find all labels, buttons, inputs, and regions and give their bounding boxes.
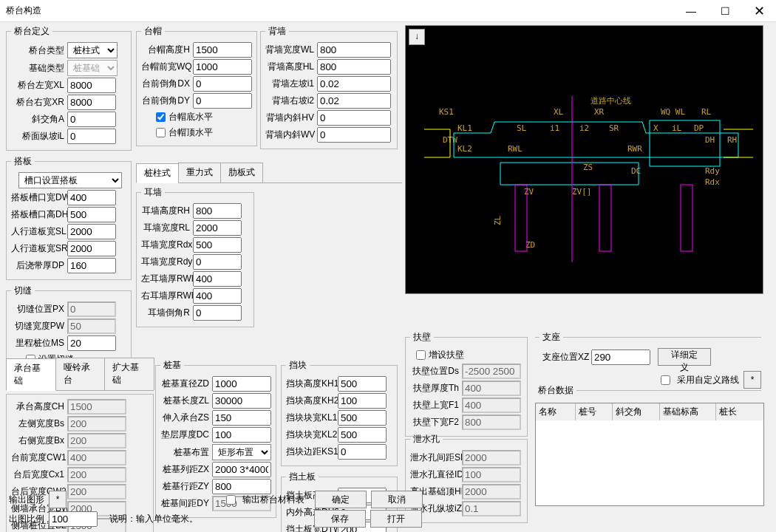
cap-wq-input[interactable]	[193, 59, 252, 75]
tab-rib[interactable]: 肋板式	[220, 163, 263, 183]
ear-rdx-input[interactable]	[193, 237, 242, 253]
def-a-input[interactable]	[67, 112, 116, 127]
cancel-button[interactable]: 取消	[371, 491, 423, 508]
ear-rwl-input[interactable]	[193, 271, 242, 287]
group-back: 背墙 背墙宽度WL 背墙高度HL 背墙左坡i1 背墙右坡i2 背墙内斜HV 背墙…	[260, 25, 398, 149]
minimize-icon[interactable]: ―	[674, 0, 708, 22]
dab-dp-label: 后浇带厚DP	[11, 259, 67, 272]
dang-kl1-input[interactable]	[338, 410, 387, 426]
ear-rh-input[interactable]	[193, 203, 242, 219]
open-button[interactable]: 打开	[370, 510, 422, 528]
qie-px-input	[67, 301, 116, 317]
def-type-label: 桥台类型	[11, 44, 67, 57]
zz-detail-button[interactable]: 详细定义	[658, 348, 711, 366]
dang-kl2-input[interactable]	[338, 427, 387, 443]
def-il-input[interactable]	[67, 129, 116, 144]
pile-zl-input[interactable]	[212, 393, 271, 409]
def-base-select: 桩基础	[67, 60, 118, 76]
out-fig-button[interactable]: *	[49, 491, 67, 508]
ear-rh-label: 耳墙高度RH	[141, 205, 193, 217]
table-header: 名称 桩号 斜交角 基础标高 桩长	[536, 403, 763, 420]
back-hl-input[interactable]	[317, 59, 391, 75]
legend-cap: 台帽	[141, 25, 165, 38]
cap-dy-input[interactable]	[193, 93, 252, 109]
ear-rl-input[interactable]	[193, 220, 242, 236]
ear-r-label: 耳墙倒角R	[141, 307, 193, 319]
ear-rwr-label: 右耳墙厚RWR	[141, 290, 193, 302]
tab-ct-foundation[interactable]: 承台基础	[6, 358, 56, 391]
legend-zhizuo: 支座	[540, 331, 563, 344]
pile-zx-label: 桩基列距ZX	[160, 463, 212, 476]
svg-text:X: X	[653, 123, 658, 133]
svg-rect-31	[681, 185, 692, 251]
back-i1-input[interactable]	[317, 76, 391, 92]
legend-ear: 耳墙	[141, 186, 165, 199]
titlebar: 桥台构造 ― ☐ ✕	[0, 0, 776, 22]
ct-cw1-label: 台前宽度CW1	[11, 451, 67, 464]
svg-text:DH: DH	[705, 135, 715, 145]
col-pile-len: 桩长	[716, 403, 763, 420]
svg-text:Rdx: Rdx	[705, 177, 720, 187]
ear-rdy-input[interactable]	[193, 254, 242, 270]
svg-rect-30	[599, 185, 611, 251]
legend-fubi: 扶壁	[410, 331, 434, 344]
dab-dh-input[interactable]	[67, 207, 116, 222]
qie-ms-input[interactable]	[67, 335, 116, 351]
ear-r-input[interactable]	[193, 305, 242, 321]
dab-opt-select[interactable]: 槽口设置搭板	[18, 172, 122, 188]
dab-dw-input[interactable]	[67, 190, 116, 205]
pile-zx-input[interactable]	[212, 462, 271, 477]
def-xr-input[interactable]	[67, 95, 116, 110]
desc-label: 说明：输入单位毫米。	[109, 513, 198, 525]
tab-pile-column[interactable]: 桩柱式	[136, 163, 179, 183]
out-ratio-input[interactable]	[49, 511, 98, 527]
tab-ct-spread[interactable]: 扩大基础	[104, 358, 154, 390]
cap-cb2[interactable]	[156, 128, 166, 137]
svg-text:DC: DC	[631, 166, 641, 176]
legend-data: 桥台数据	[535, 384, 576, 397]
out-mat-cb[interactable]	[226, 495, 236, 505]
group-fubi: 扶壁 增设扶壁 扶壁位置Ds 扶壁厚度Th 扶壁上宽F1 扶壁下宽F2	[405, 331, 528, 437]
def-xl-input[interactable]	[67, 78, 116, 93]
dang-kh1-input[interactable]	[338, 376, 387, 392]
close-icon[interactable]: ✕	[742, 0, 776, 22]
fubi-cb[interactable]	[416, 350, 426, 360]
group-data: 桥台数据	[535, 384, 761, 398]
back-hv-input[interactable]	[317, 110, 391, 126]
def-type-select[interactable]: 桩柱式	[67, 42, 118, 58]
back-wl-input[interactable]	[317, 42, 391, 58]
save-button[interactable]: 保存	[314, 510, 366, 528]
maximize-icon[interactable]: ☐	[708, 0, 742, 22]
window-title: 桥台构造	[0, 4, 41, 17]
pile-layout-select[interactable]: 矩形布置	[212, 444, 271, 460]
legend-pile: 桩基	[160, 359, 184, 372]
pile-zs-label: 伸入承台ZS	[160, 412, 212, 424]
fubi-th-label: 扶壁厚度Th	[410, 382, 462, 395]
legend-dang: 挡块	[286, 359, 310, 372]
dang-ks1-input[interactable]	[338, 444, 387, 460]
pile-zs-input[interactable]	[212, 410, 271, 426]
back-i2-input[interactable]	[317, 93, 391, 109]
pile-zd-input[interactable]	[212, 376, 271, 392]
back-wv-input[interactable]	[317, 127, 391, 143]
diagram-dropdown-button[interactable]: ↓	[409, 29, 425, 45]
fubi-th-input	[462, 381, 521, 396]
dab-sl-input[interactable]	[67, 224, 116, 239]
cap-cb1[interactable]	[156, 112, 166, 122]
ct-bx-input	[67, 433, 126, 449]
dab-dp-input[interactable]	[67, 258, 116, 273]
ear-rl-label: 耳墙宽度RL	[141, 222, 193, 234]
dab-sr-label: 人行道板宽SR	[11, 242, 67, 255]
ear-rwr-input[interactable]	[193, 288, 242, 304]
cap-h-input[interactable]	[193, 42, 252, 58]
ok-button[interactable]: 确定	[315, 491, 367, 508]
cap-dx-input[interactable]	[193, 76, 252, 92]
zz-xz-input[interactable]	[591, 349, 650, 365]
tab-ct-dumbbell[interactable]: 哑铃承台	[55, 358, 106, 390]
route-cb[interactable]	[661, 375, 670, 385]
svg-text:RWR: RWR	[627, 144, 642, 154]
pile-dc-input[interactable]	[212, 427, 271, 443]
dang-kh2-input[interactable]	[338, 393, 387, 409]
dab-sr-input[interactable]	[67, 241, 116, 256]
tab-gravity[interactable]: 重力式	[178, 163, 221, 183]
